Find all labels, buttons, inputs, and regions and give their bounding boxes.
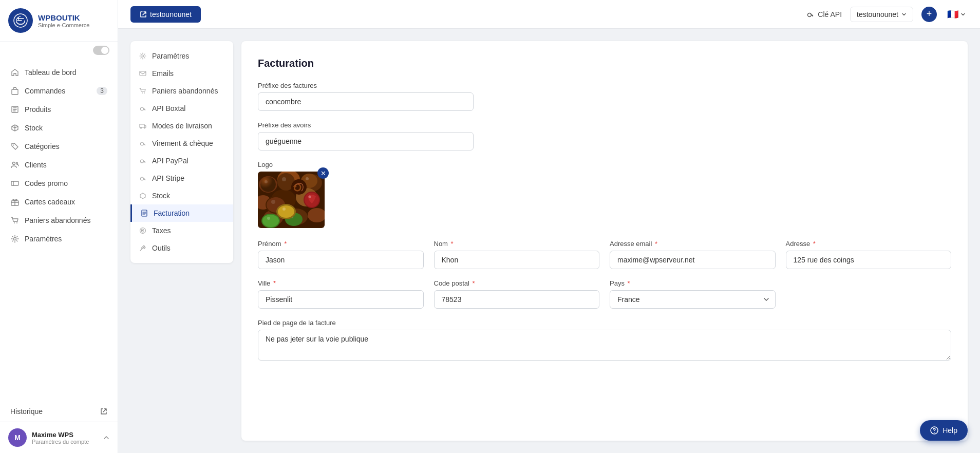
- sidebar-item-label: Paniers abandonnés: [25, 216, 90, 224]
- sidebar-toggle-area: [8, 46, 109, 55]
- location-row: Ville * Code postal *: [258, 279, 951, 309]
- svg-point-19: [141, 142, 144, 145]
- bag-icon: [10, 86, 20, 96]
- settings-item-paniers[interactable]: Paniers abandonnés: [130, 82, 233, 100]
- svg-rect-1: [12, 89, 18, 95]
- main-area: testounounet Clé API testounounet + 🇫🇷: [118, 0, 980, 453]
- add-button[interactable]: +: [921, 7, 937, 22]
- sidebar-toggle-button[interactable]: [93, 46, 109, 55]
- tools-settings-icon: [139, 244, 147, 252]
- settings-item-label: Outils: [152, 244, 171, 252]
- sidebar-user[interactable]: M Maxime WPS Paramètres du compte: [0, 422, 118, 453]
- required-mark: *: [273, 279, 276, 287]
- logo-remove-button[interactable]: ✕: [317, 167, 329, 179]
- svg-point-52: [291, 179, 307, 195]
- users-icon: [10, 160, 20, 169]
- code-postal-input[interactable]: [434, 290, 600, 309]
- chevron-down-icon: [901, 12, 907, 17]
- account-dropdown[interactable]: testounounet: [850, 7, 913, 22]
- required-mark: *: [628, 279, 630, 287]
- nom-input[interactable]: [434, 251, 600, 269]
- key3-settings-icon: [139, 157, 147, 165]
- settings-item-label: Virement & chèque: [152, 139, 213, 147]
- site-button[interactable]: testounounet: [130, 6, 201, 23]
- prenom-input[interactable]: [258, 251, 424, 269]
- user-name: Maxime WPS: [32, 431, 98, 439]
- settings-item-virement[interactable]: Virement & chèque: [130, 135, 233, 152]
- sidebar-item-label: Clients: [25, 161, 47, 169]
- external-link-icon: [100, 408, 107, 415]
- svg-point-46: [267, 217, 270, 220]
- svg-point-3: [13, 145, 14, 146]
- sidebar-item-stock[interactable]: Stock: [0, 119, 118, 137]
- svg-point-4: [13, 162, 15, 165]
- email-label: Adresse email *: [610, 240, 776, 248]
- gift-icon: [10, 197, 20, 206]
- site-button-label: testounounet: [150, 10, 192, 18]
- required-mark: *: [284, 240, 287, 248]
- language-button[interactable]: 🇫🇷: [945, 7, 968, 22]
- historique-section[interactable]: Historique: [0, 401, 118, 422]
- sidebar-item-tableau[interactable]: Tableau de bord: [0, 63, 118, 82]
- svg-point-45: [262, 215, 279, 227]
- facturation-content: Facturation Préfixe des factures Préfixe…: [241, 41, 968, 441]
- settings-item-label: Taxes: [152, 226, 171, 235]
- historique-label: Historique: [10, 407, 43, 416]
- pied-textarea[interactable]: Ne pas jeter sur la voie publique: [258, 330, 951, 361]
- pays-select[interactable]: France Belgique Suisse Luxembourg Canada: [610, 290, 776, 309]
- email-settings-icon: [139, 69, 147, 78]
- prefixe-factures-input[interactable]: [258, 92, 474, 111]
- settings-item-stripe[interactable]: API Stripe: [130, 169, 233, 187]
- settings-item-label: Stock: [152, 192, 170, 200]
- sidebar-item-categories[interactable]: Catégories: [0, 137, 118, 156]
- adresse-input[interactable]: [786, 251, 952, 269]
- sidebar-item-paniers[interactable]: Paniers abandonnés: [0, 211, 118, 230]
- help-button[interactable]: Help: [920, 420, 968, 441]
- settings-item-paypal[interactable]: API PayPal: [130, 152, 233, 169]
- svg-point-9: [16, 222, 17, 223]
- svg-point-15: [144, 92, 145, 93]
- settings-sidebar: Paramètres Emails Paniers abandonnés: [130, 41, 233, 263]
- adresse-label: Adresse *: [786, 240, 952, 248]
- pied-label: Pied de page de la facture: [258, 319, 951, 327]
- settings-item-stock[interactable]: Stock: [130, 187, 233, 204]
- ville-col: Ville *: [258, 279, 424, 309]
- logo-upload: ✕: [258, 172, 325, 228]
- topbar-right: Clé API testounounet + 🇫🇷: [806, 7, 968, 22]
- prefixe-avoirs-input[interactable]: [258, 132, 474, 150]
- svg-point-36: [265, 180, 268, 183]
- sidebar-item-parametres[interactable]: Paramètres: [0, 230, 118, 248]
- help-icon: [930, 426, 938, 435]
- key-settings-icon: [139, 104, 147, 112]
- svg-point-5: [16, 163, 18, 164]
- required-mark: *: [473, 279, 475, 287]
- sidebar-item-codes-promo[interactable]: Codes promo: [0, 174, 118, 193]
- settings-item-label: API Stripe: [152, 174, 184, 182]
- logo-image[interactable]: [258, 172, 325, 228]
- name-row: Prénom * Nom * Adresse: [258, 240, 951, 269]
- settings-item-api-boxtal[interactable]: API Boxtal: [130, 100, 233, 117]
- sidebar-item-label: Stock: [25, 124, 43, 132]
- settings-item-label: API Boxtal: [152, 104, 185, 112]
- chevron-up-icon: [103, 435, 109, 441]
- settings-item-facturation[interactable]: Facturation: [130, 204, 233, 222]
- svg-point-11: [808, 13, 812, 16]
- sidebar-item-produits[interactable]: Produits: [0, 100, 118, 119]
- settings-item-taxes[interactable]: Taxes: [130, 222, 233, 239]
- ville-input[interactable]: [258, 290, 424, 309]
- nom-col: Nom *: [434, 240, 600, 269]
- settings-item-parametres[interactable]: Paramètres: [130, 47, 233, 65]
- settings-item-emails[interactable]: Emails: [130, 65, 233, 82]
- page-title: Facturation: [258, 58, 951, 69]
- settings-item-livraison[interactable]: Modes de livraison: [130, 117, 233, 135]
- invoice-settings-icon: [140, 209, 148, 217]
- help-label: Help: [943, 426, 957, 435]
- sidebar-item-commandes[interactable]: Commandes 3: [0, 82, 118, 100]
- email-input[interactable]: [610, 251, 776, 269]
- cart-settings-icon: [139, 87, 147, 95]
- settings-item-outils[interactable]: Outils: [130, 239, 233, 257]
- sidebar-item-clients[interactable]: Clients: [0, 156, 118, 174]
- svg-point-43: [271, 200, 275, 204]
- sidebar-item-cartes-cadeaux[interactable]: Cartes cadeaux: [0, 193, 118, 211]
- api-key-section: Clé API: [806, 10, 842, 18]
